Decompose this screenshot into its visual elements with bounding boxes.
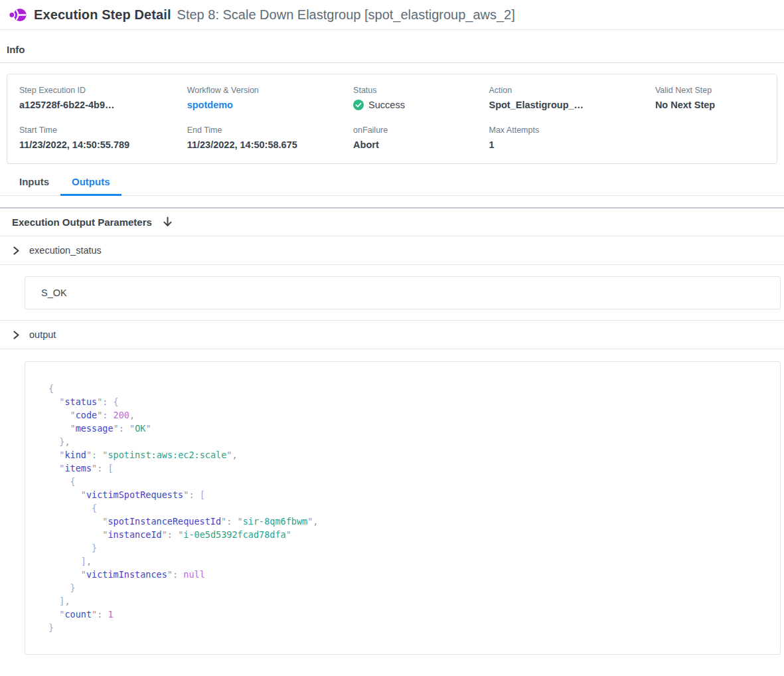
param-name: output — [29, 329, 56, 340]
param-body-execution-status: S_OK — [0, 276, 784, 321]
max-attempts-value: 1 — [489, 139, 655, 150]
field-label: Action — [489, 86, 655, 95]
field-label: End Time — [187, 126, 353, 135]
onfailure-value: Abort — [353, 139, 489, 150]
field-end-time: End Time 11/23/2022, 14:50:58.675 — [187, 126, 353, 150]
field-workflow-version: Workflow & Version spotdemo — [187, 86, 353, 110]
field-label: Status — [353, 86, 489, 95]
field-step-execution-id: Step Execution ID a125728f-6b22-4b9… — [19, 86, 187, 110]
status-text: Success — [368, 100, 405, 110]
spot-logo-icon — [9, 7, 27, 23]
chevron-right-icon — [12, 246, 21, 255]
outputs-section-header: Execution Output Parameters — [0, 209, 784, 236]
download-arrow-icon[interactable] — [162, 216, 173, 228]
valid-next-step-value: No Next Step — [655, 100, 765, 110]
param-name: execution_status — [29, 245, 102, 256]
empty-cell — [655, 126, 765, 150]
action-value: Spot_Elastigroup_… — [489, 100, 655, 110]
field-label: Start Time — [19, 126, 187, 135]
tab-outputs[interactable]: Outputs — [60, 176, 121, 196]
field-max-attempts: Max Attempts 1 — [489, 126, 655, 150]
json-output-box: { "status": { "code": 200, "message": "O… — [25, 361, 781, 655]
info-card: Step Execution ID a125728f-6b22-4b9… Wor… — [7, 74, 777, 164]
chevron-right-icon — [12, 331, 21, 339]
page-subtitle: Step 8: Scale Down Elastgroup [spot_elas… — [177, 7, 515, 23]
field-label: Workflow & Version — [187, 86, 353, 95]
status-badge: Success — [353, 100, 489, 110]
success-check-icon — [353, 100, 364, 110]
field-start-time: Start Time 11/23/2022, 14:50:55.789 — [19, 126, 187, 150]
param-body-output: { "status": { "code": 200, "message": "O… — [0, 361, 784, 655]
end-time-value: 11/23/2022, 14:50:58.675 — [187, 139, 353, 150]
json-output-view: { "status": { "code": 200, "message": "O… — [48, 382, 769, 634]
field-label: Step Execution ID — [19, 86, 187, 95]
start-time-value: 11/23/2022, 14:50:55.789 — [19, 139, 187, 150]
field-label: onFailure — [353, 126, 489, 135]
field-label: Valid Next Step — [655, 86, 765, 95]
info-section-label: Info — [7, 44, 784, 55]
field-onfailure: onFailure Abort — [353, 126, 489, 150]
param-row-execution-status[interactable]: execution_status — [0, 236, 784, 265]
field-action: Action Spot_Elastigroup_… — [489, 86, 655, 110]
detail-tabs: Inputs Outputs — [0, 175, 784, 196]
step-execution-id-value: a125728f-6b22-4b9… — [19, 100, 187, 110]
outputs-section-title: Execution Output Parameters — [12, 216, 152, 228]
execution-status-value-box: S_OK — [25, 276, 781, 309]
workflow-link[interactable]: spotdemo — [187, 100, 233, 110]
info-divider — [0, 62, 784, 63]
field-valid-next-step: Valid Next Step No Next Step — [655, 86, 765, 110]
field-label: Max Attempts — [489, 126, 655, 135]
page-header: Execution Step Detail Step 8: Scale Down… — [0, 0, 784, 30]
tab-inputs[interactable]: Inputs — [8, 176, 60, 196]
page-title: Execution Step Detail — [34, 7, 171, 23]
param-row-output[interactable]: output — [0, 321, 784, 349]
field-status: Status Success — [353, 86, 489, 110]
